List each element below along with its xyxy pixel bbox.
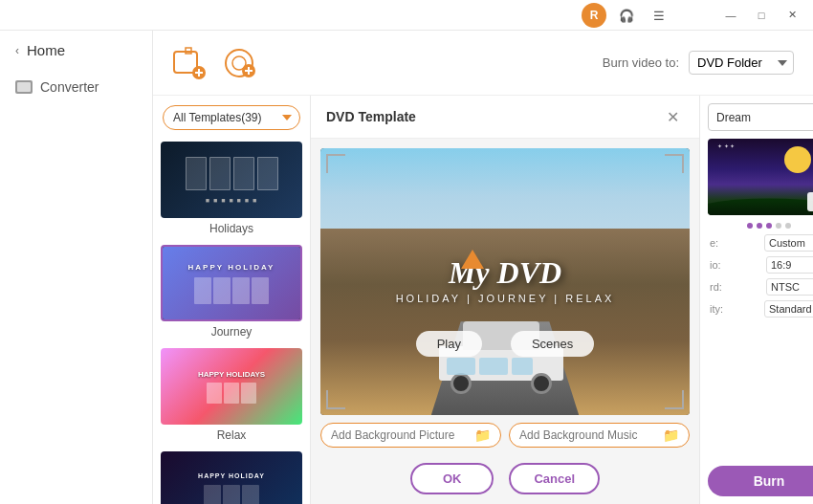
- menu-icon[interactable]: ☰: [647, 3, 671, 28]
- template-relax-name: Relax: [161, 428, 302, 442]
- extra-title: HAPPY HOLIDAY: [198, 472, 265, 479]
- strip: [223, 485, 240, 505]
- bg-music-folder-icon[interactable]: 📁: [663, 427, 679, 443]
- dream-edit-icon[interactable]: ✎: [807, 192, 813, 211]
- dvd-title-overlay: My DVD HOLIDAY | JOURNEY | RELAX: [320, 255, 690, 304]
- preview-area: DVD Template ✕: [311, 96, 699, 504]
- minimize-button[interactable]: —: [717, 5, 744, 26]
- burn-destination-select[interactable]: DVD Folder ISO File DVD Disc: [689, 51, 794, 75]
- strip: [252, 277, 269, 304]
- dream-preview-thumb: ✦ ✦ ✦ ✎: [708, 139, 813, 215]
- setting-standard-row: rd: NTSC PAL: [710, 278, 813, 296]
- list-item[interactable]: HAPPY HOLIDAY: [161, 451, 302, 504]
- dvd-title-text: My DVD: [320, 255, 690, 291]
- list-item[interactable]: ■ ■ ■ ■ ■ ■ ■ Holidays: [161, 142, 302, 235]
- journey-visual: HAPPY HOLIDAY: [163, 247, 300, 319]
- toolbar-left: [172, 46, 256, 80]
- template-journey-thumb: HAPPY HOLIDAY: [161, 245, 302, 321]
- bg-music-group: 📁: [509, 423, 690, 448]
- add-media-button[interactable]: [172, 46, 207, 80]
- dialog-title: DVD Template: [326, 109, 416, 124]
- settings-panel: e: Custom Standard io: 16:9 4:3 rd: [708, 234, 813, 322]
- relax-content: HAPPY HOLIDAYS: [161, 348, 302, 425]
- add-chapter-icon: [222, 46, 256, 80]
- setting-standard-label: rd:: [710, 281, 722, 293]
- dvd-play-button[interactable]: Play: [416, 331, 482, 357]
- dvd-scenes-button[interactable]: Scenes: [511, 331, 594, 357]
- dream-hills: [708, 182, 813, 215]
- template-holidays-thumb: ■ ■ ■ ■ ■ ■ ■: [161, 142, 302, 218]
- dot-2: [757, 223, 762, 229]
- strip: [194, 277, 211, 304]
- toolbar-right: Burn video to: DVD Folder ISO File DVD D…: [603, 51, 794, 75]
- orange-triangle-indicator: [461, 250, 484, 269]
- template-filter[interactable]: All Templates(39) Holidays Journey Relax: [163, 105, 300, 130]
- dialog-header: DVD Template ✕: [311, 96, 699, 139]
- list-item[interactable]: HAPPY HOLIDAY Journey: [161, 245, 302, 339]
- headset-icon[interactable]: 🎧: [614, 3, 639, 28]
- setting-ratio-label: io:: [710, 259, 721, 271]
- setting-type-row: e: Custom Standard: [710, 234, 813, 252]
- strip: [232, 277, 250, 304]
- journey-content: HAPPY HOLIDAY: [188, 263, 275, 304]
- bg-inputs-row: 📁 📁: [311, 415, 699, 455]
- film-strip: [209, 157, 231, 190]
- template-sidebar: All Templates(39) Holidays Journey Relax: [153, 96, 311, 504]
- setting-type-select[interactable]: Custom Standard: [764, 234, 813, 252]
- dot-1: [747, 223, 753, 229]
- list-item[interactable]: HAPPY HOLIDAYS Relax: [161, 348, 302, 442]
- dvd-subtitle-text: HOLIDAY | JOURNEY | RELAX: [320, 293, 690, 304]
- add-chapter-button[interactable]: [222, 46, 256, 80]
- title-bar: R 🎧 ☰ — □ ✕: [0, 0, 813, 31]
- add-media-icon: [172, 46, 207, 80]
- template-journey-name: Journey: [161, 325, 302, 339]
- sidebar-converter-label: Converter: [40, 79, 99, 95]
- bg-picture-group: 📁: [320, 423, 501, 448]
- dots-indicator: [708, 223, 813, 229]
- setting-standard-select[interactable]: NTSC PAL: [766, 278, 813, 296]
- car-window-mid: [479, 358, 508, 375]
- dot-4: [776, 223, 781, 229]
- stars: ✦ ✦ ✦: [717, 142, 735, 149]
- converter-icon: [15, 80, 33, 94]
- sidebar-item-home[interactable]: ‹ Home: [0, 31, 152, 70]
- template-filter-select[interactable]: All Templates(39) Holidays Journey Relax: [163, 105, 300, 130]
- window-controls: — □ ✕: [717, 5, 805, 26]
- bg-picture-folder-icon[interactable]: 📁: [474, 427, 491, 443]
- car-wheel-right: [531, 373, 552, 394]
- setting-ratio-select[interactable]: 16:9 4:3: [766, 256, 813, 274]
- cancel-button[interactable]: Cancel: [509, 463, 600, 494]
- dot-5: [785, 223, 791, 229]
- burn-button[interactable]: Burn: [708, 466, 813, 496]
- journey-title: HAPPY HOLIDAY: [188, 263, 275, 272]
- template-holidays-name: Holidays: [161, 222, 302, 235]
- film-strip: [233, 157, 254, 190]
- car-window-left: [447, 358, 475, 375]
- burn-video-label: Burn video to:: [603, 55, 679, 70]
- svg-rect-1: [17, 82, 31, 92]
- bg-music-input[interactable]: [519, 428, 663, 442]
- dialog-footer: OK Cancel: [311, 455, 699, 504]
- corner-bracket-tr: [665, 154, 684, 173]
- search-input[interactable]: [716, 111, 813, 124]
- main-area: Burn video to: DVD Folder ISO File DVD D…: [153, 31, 813, 504]
- template-extra-thumb: HAPPY HOLIDAY: [161, 451, 302, 504]
- bg-picture-input[interactable]: [331, 428, 474, 442]
- extra-visual: HAPPY HOLIDAY: [161, 451, 302, 504]
- sidebar-home-label: Home: [27, 42, 65, 58]
- holidays-text: ■ ■ ■ ■ ■ ■ ■: [206, 197, 257, 204]
- preview-canvas: My DVD HOLIDAY | JOURNEY | RELAX Play Sc…: [320, 148, 690, 415]
- dialog-close-button[interactable]: ✕: [661, 105, 684, 128]
- strip: [242, 485, 259, 505]
- journey-strips: [188, 277, 275, 304]
- sidebar-item-converter[interactable]: Converter: [0, 70, 152, 104]
- setting-quality-select[interactable]: Standard High: [764, 300, 813, 318]
- ok-button[interactable]: OK: [410, 463, 494, 494]
- setting-quality-row: ity: Standard High: [710, 300, 813, 318]
- strip: [204, 485, 221, 505]
- maximize-button[interactable]: □: [748, 5, 775, 26]
- close-button[interactable]: ✕: [779, 5, 805, 26]
- setting-quality-label: ity:: [710, 303, 723, 315]
- holidays-visual: ■ ■ ■ ■ ■ ■ ■: [161, 142, 302, 218]
- dvd-template-dialog: All Templates(39) Holidays Journey Relax: [153, 96, 813, 504]
